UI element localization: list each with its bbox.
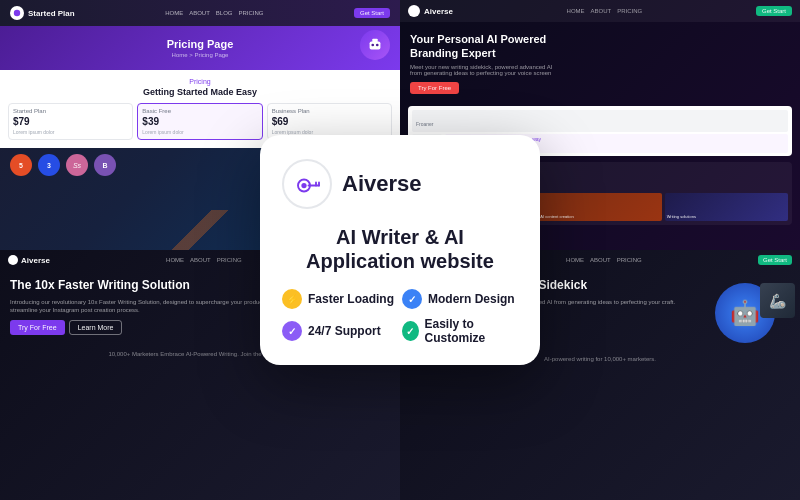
pricing-breadcrumb: Home > Pricing Page bbox=[10, 52, 390, 58]
blog-post-text-3: Writing solutions bbox=[667, 214, 696, 219]
aiverse-logo-svg bbox=[292, 169, 322, 199]
pricing-logo: Started Plan bbox=[10, 6, 75, 20]
personal-ai-header: Aiverse HOME ABOUT PRICING Get Start bbox=[400, 0, 800, 22]
check-green-icon: ✓ bbox=[402, 321, 419, 341]
personal-ai-desc: Meet your new writing sidekick, powered … bbox=[410, 64, 560, 76]
personal-ai-title: Your Personal AI PoweredBranding Expert bbox=[410, 32, 570, 61]
center-title: AI Writer & AI Application website bbox=[282, 225, 518, 273]
nav-pricing: PRICING bbox=[239, 10, 264, 16]
feature-modern-label: Modern Design bbox=[428, 292, 515, 306]
blog-post-text-2: AI content creation bbox=[540, 214, 573, 219]
bl-nav-pricing: PRICING bbox=[217, 257, 242, 263]
screen-app-name: Froaner bbox=[416, 121, 434, 127]
bootstrap-badge: B bbox=[94, 154, 116, 176]
tr-cta-button[interactable]: Get Start bbox=[756, 6, 792, 16]
robot2-emoji: 🦾 bbox=[769, 293, 786, 309]
bl-nav-home: HOME bbox=[166, 257, 184, 263]
css3-badge: 3 bbox=[38, 154, 60, 176]
logo-dot bbox=[408, 5, 420, 17]
writing-try-button[interactable]: Try For Free bbox=[10, 320, 65, 335]
writing-logo-text: Aiverse bbox=[21, 256, 50, 265]
writing-text: The 10x Faster Writing Solution Introduc… bbox=[10, 278, 292, 335]
nav-about: ABOUT bbox=[189, 10, 210, 16]
writing-buttons: Try For Free Learn More bbox=[10, 320, 292, 335]
personal-ai-logo: Aiverse bbox=[408, 5, 453, 17]
svg-point-4 bbox=[376, 44, 379, 47]
tr-nav: HOME ABOUT PRICING bbox=[567, 8, 643, 14]
screen-header: Froaner bbox=[412, 110, 788, 132]
plan-name-2: Business Plan bbox=[272, 108, 387, 114]
svg-point-6 bbox=[301, 183, 306, 188]
robot-emoji: 🤖 bbox=[730, 299, 760, 327]
pricing-page-title: Pricing Page bbox=[10, 38, 390, 50]
pricing-hero: Pricing Page Home > Pricing Page bbox=[0, 26, 400, 70]
tr-logo-text: Aiverse bbox=[424, 7, 453, 16]
tr-nav-home: HOME bbox=[567, 8, 585, 14]
pricing-nav: HOME ABOUT BLOG PRICING bbox=[165, 10, 263, 16]
feature-modern-design: ✓ Modern Design bbox=[402, 289, 518, 309]
writing-logo-dot bbox=[8, 255, 18, 265]
br-nav-home: HOME bbox=[566, 257, 584, 263]
sidekick-cta-button[interactable]: Get Start bbox=[758, 255, 792, 265]
center-title-line1: AI Writer & AI bbox=[336, 226, 464, 248]
pricing-header: Started Plan HOME ABOUT BLOG PRICING Get… bbox=[0, 0, 400, 26]
feature-support: ✓ 24/7 Support bbox=[282, 317, 398, 345]
personal-ai-hero: Your Personal AI PoweredBranding Expert … bbox=[400, 22, 800, 100]
feature-support-label: 24/7 Support bbox=[308, 324, 381, 338]
center-brand: Aiverse bbox=[282, 159, 518, 209]
feature-faster-loading: ⚡ Faster Loading bbox=[282, 289, 398, 309]
center-features: ⚡ Faster Loading ✓ Modern Design ✓ 24/7 … bbox=[282, 289, 518, 345]
sass-badge: Ss bbox=[66, 154, 88, 176]
writing-logo: Aiverse bbox=[8, 255, 50, 265]
tr-nav-about: ABOUT bbox=[591, 8, 612, 14]
center-panel: Aiverse AI Writer & AI Application websi… bbox=[260, 135, 540, 365]
center-logo-circle bbox=[282, 159, 332, 209]
lightning-icon: ⚡ bbox=[282, 289, 302, 309]
br-nav-pricing: PRICING bbox=[617, 257, 642, 263]
check-blue-icon: ✓ bbox=[402, 289, 422, 309]
svg-rect-1 bbox=[370, 41, 381, 49]
pricing-label: Pricing bbox=[8, 78, 392, 85]
plan-basic: Basic Free $39 Lorem ipsum dolor bbox=[137, 103, 262, 140]
robot-icon bbox=[360, 30, 390, 60]
plan-name-0: Started Plan bbox=[13, 108, 128, 114]
check-purple-icon: ✓ bbox=[282, 321, 302, 341]
writing-nav: HOME ABOUT PRICING bbox=[166, 257, 242, 263]
sidekick-nav: HOME ABOUT PRICING bbox=[566, 257, 642, 263]
robot2-icon: 🦾 bbox=[760, 283, 795, 318]
plan-price-0: $79 bbox=[13, 116, 128, 127]
bl-nav-about: ABOUT bbox=[190, 257, 211, 263]
plan-price-2: $69 bbox=[272, 116, 387, 127]
logo-text: Started Plan bbox=[28, 9, 75, 18]
tr-nav-pricing: PRICING bbox=[617, 8, 642, 14]
center-title-line2: Application website bbox=[306, 250, 494, 272]
feature-faster-label: Faster Loading bbox=[308, 292, 394, 306]
get-start-button[interactable]: Get Start bbox=[354, 8, 390, 18]
svg-rect-2 bbox=[372, 39, 377, 43]
plan-desc-1: Lorem ipsum dolor bbox=[142, 129, 257, 135]
feature-customize-label: Easily to Customize bbox=[425, 317, 519, 345]
html5-badge: 5 bbox=[10, 154, 32, 176]
blog-post-3: Writing solutions bbox=[665, 193, 788, 221]
blog-post-2: AI content creation bbox=[538, 193, 661, 221]
plan-price-1: $39 bbox=[142, 116, 257, 127]
plan-desc-0: Lorem ipsum dolor bbox=[13, 129, 128, 135]
sidekick-image: 🤖 🦾 bbox=[700, 278, 790, 348]
plan-started: Started Plan $79 Lorem ipsum dolor bbox=[8, 103, 133, 140]
svg-point-3 bbox=[371, 44, 374, 47]
pricing-section-title: Getting Started Made Easy bbox=[8, 87, 392, 97]
logo-icon bbox=[10, 6, 24, 20]
nav-home: HOME bbox=[165, 10, 183, 16]
writing-title: The 10x Faster Writing Solution bbox=[10, 278, 292, 294]
feature-customize: ✓ Easily to Customize bbox=[402, 317, 518, 345]
center-brand-name: Aiverse bbox=[342, 171, 422, 197]
br-nav-about: ABOUT bbox=[590, 257, 611, 263]
personal-ai-cta[interactable]: Try For Free bbox=[410, 82, 459, 94]
plan-name-1: Basic Free bbox=[142, 108, 257, 114]
svg-point-0 bbox=[14, 10, 20, 16]
nav-blog: BLOG bbox=[216, 10, 233, 16]
writing-desc: Introducing our revolutionary 10x Faster… bbox=[10, 298, 292, 315]
writing-learn-button[interactable]: Learn More bbox=[69, 320, 123, 335]
